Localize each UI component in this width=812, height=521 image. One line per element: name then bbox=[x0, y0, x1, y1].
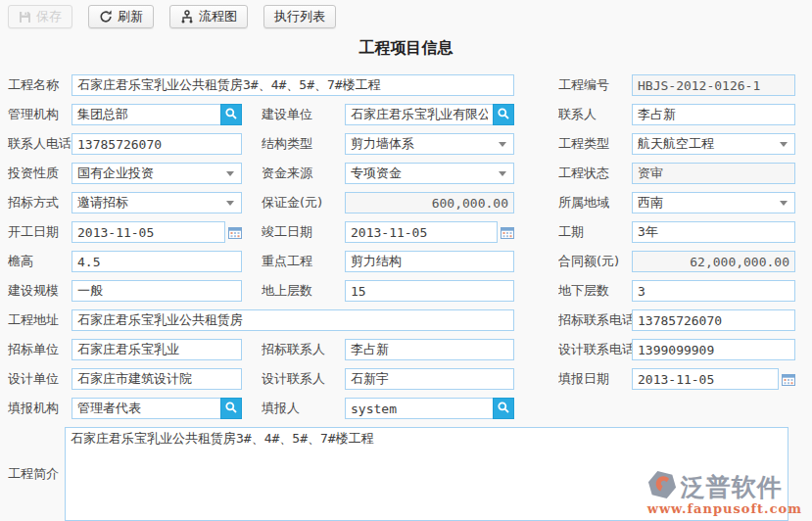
project-intro-textarea[interactable]: 石家庄君乐宝乳业公共租赁房3#、4#、5#、7#楼工程 bbox=[65, 427, 788, 521]
mgmt-org-input[interactable] bbox=[72, 104, 220, 125]
bidding-phone-input[interactable] bbox=[632, 309, 795, 331]
design-phone-label: 设计联系电话 bbox=[558, 339, 632, 360]
search-icon bbox=[497, 401, 510, 417]
reporter-group bbox=[345, 398, 514, 419]
calendar-icon[interactable] bbox=[782, 373, 795, 386]
exec-list-button[interactable]: 执行列表 bbox=[263, 5, 336, 28]
form-row-9: 工程地址 招标联系电话 bbox=[8, 309, 795, 331]
report-org-search-button[interactable] bbox=[220, 398, 242, 419]
calendar-icon[interactable] bbox=[228, 226, 242, 239]
bidding-contact-input[interactable] bbox=[345, 339, 514, 360]
region-label: 所属地域 bbox=[558, 192, 632, 213]
construction-unit-label: 建设单位 bbox=[262, 104, 345, 125]
eave-height-input[interactable] bbox=[72, 251, 242, 272]
fund-source-select[interactable]: 专项资金 bbox=[345, 163, 514, 184]
form-row-4: 投资性质 国有企业投资 资金来源 专项资金 工程状态 bbox=[8, 163, 795, 184]
report-org-input[interactable] bbox=[72, 398, 220, 419]
project-status-input[interactable] bbox=[632, 163, 795, 184]
mgmt-org-search-button[interactable] bbox=[220, 104, 242, 125]
deposit-label: 保证金(元) bbox=[262, 192, 345, 213]
refresh-button[interactable]: 刷新 bbox=[88, 5, 154, 28]
project-address-input[interactable] bbox=[72, 309, 514, 331]
form-row-2: 管理机构 建设单位 联系人 bbox=[8, 104, 795, 125]
reporter-label: 填报人 bbox=[262, 398, 345, 419]
project-code-label: 工程编号 bbox=[558, 74, 632, 96]
form-row-11: 设计单位 设计联系人 填报日期 bbox=[8, 368, 795, 390]
start-date-label: 开工日期 bbox=[8, 221, 72, 243]
investment-nature-select[interactable]: 国有企业投资 bbox=[72, 163, 242, 184]
flowchart-button[interactable]: 流程图 bbox=[169, 5, 248, 28]
eave-height-label: 檐高 bbox=[8, 251, 72, 272]
bidding-unit-label: 招标单位 bbox=[8, 339, 72, 360]
key-project-label: 重点工程 bbox=[262, 251, 345, 272]
design-contact-input[interactable] bbox=[345, 368, 514, 390]
floors-below-input[interactable] bbox=[632, 280, 795, 302]
chevron-down-icon bbox=[226, 201, 234, 206]
contact-label: 联系人 bbox=[558, 104, 632, 125]
floors-below-label: 地下层数 bbox=[558, 280, 632, 302]
completion-date-label: 竣工日期 bbox=[262, 221, 345, 243]
design-unit-label: 设计单位 bbox=[8, 368, 72, 390]
form-row-3: 联系人电话 结构类型 剪力墙体系 工程类型 航天航空工程 bbox=[8, 133, 795, 155]
save-floppy-icon bbox=[19, 11, 31, 24]
contract-amount-label: 合同额(元) bbox=[558, 251, 632, 272]
reporter-search-button[interactable] bbox=[493, 398, 514, 419]
duration-input[interactable] bbox=[632, 221, 795, 243]
form-row-7: 檐高 重点工程 合同额(元) bbox=[8, 251, 795, 272]
construction-scale-input[interactable] bbox=[72, 280, 242, 302]
completion-date-input[interactable] bbox=[345, 221, 498, 243]
key-project-input[interactable] bbox=[345, 251, 514, 272]
construction-scale-label: 建设规模 bbox=[8, 280, 72, 302]
design-phone-input[interactable] bbox=[632, 339, 795, 360]
contract-amount-input[interactable] bbox=[632, 251, 795, 272]
deposit-input[interactable] bbox=[345, 192, 514, 213]
reporter-input[interactable] bbox=[345, 398, 493, 419]
floors-above-label: 地上层数 bbox=[262, 280, 345, 302]
bidding-method-select[interactable]: 邀请招标 bbox=[72, 192, 242, 213]
region-select[interactable]: 西南 bbox=[632, 192, 795, 213]
design-contact-label: 设计联系人 bbox=[262, 368, 345, 390]
design-unit-input[interactable] bbox=[72, 368, 242, 390]
form-row-12: 填报机构 填报人 bbox=[8, 398, 795, 419]
form-row-8: 建设规模 地上层数 地下层数 bbox=[8, 280, 795, 302]
project-status-label: 工程状态 bbox=[558, 163, 632, 184]
bidding-method-label: 招标方式 bbox=[8, 192, 72, 213]
bidding-unit-input[interactable] bbox=[72, 339, 242, 360]
flowchart-label: 流程图 bbox=[199, 8, 237, 25]
calendar-icon[interactable] bbox=[501, 226, 514, 239]
flowchart-icon bbox=[180, 10, 194, 24]
fund-source-label: 资金来源 bbox=[262, 163, 345, 184]
report-date-input[interactable] bbox=[632, 368, 779, 390]
report-org-group bbox=[72, 398, 242, 419]
exec-list-label: 执行列表 bbox=[274, 8, 325, 25]
completion-date-group bbox=[345, 221, 514, 243]
form-row-5: 招标方式 邀请招标 保证金(元) 所属地域 西南 bbox=[8, 192, 795, 213]
bidding-phone-label: 招标联系电话 bbox=[558, 309, 632, 331]
structure-type-label: 结构类型 bbox=[262, 133, 345, 155]
page-title: 工程项目信息 bbox=[0, 37, 812, 59]
construction-unit-search-button[interactable] bbox=[493, 104, 514, 125]
project-address-label: 工程地址 bbox=[8, 309, 72, 331]
mgmt-org-group bbox=[72, 104, 242, 125]
structure-type-select[interactable]: 剪力墙体系 bbox=[345, 133, 514, 155]
project-type-select[interactable]: 航天航空工程 bbox=[632, 133, 795, 155]
mgmt-org-label: 管理机构 bbox=[8, 104, 72, 125]
contact-input[interactable] bbox=[632, 104, 795, 125]
project-type-label: 工程类型 bbox=[558, 133, 632, 155]
project-name-input[interactable] bbox=[72, 74, 514, 96]
start-date-input[interactable] bbox=[72, 221, 225, 243]
save-label: 保存 bbox=[36, 8, 62, 25]
start-date-group bbox=[72, 221, 242, 243]
form-row-1: 工程名称 工程编号 bbox=[8, 74, 795, 96]
project-code-input[interactable] bbox=[632, 74, 795, 96]
chevron-down-icon bbox=[780, 142, 788, 147]
chevron-down-icon bbox=[499, 142, 506, 147]
save-button[interactable]: 保存 bbox=[8, 5, 72, 28]
floors-above-input[interactable] bbox=[345, 280, 514, 302]
chevron-down-icon bbox=[499, 171, 506, 176]
construction-unit-input[interactable] bbox=[345, 104, 493, 125]
form-row-6: 开工日期 竣工日期 工期 bbox=[8, 221, 795, 243]
contact-phone-input[interactable] bbox=[72, 133, 242, 155]
search-icon bbox=[224, 107, 238, 123]
project-info-screen: 保存 刷新 流程图 执行列表 工程项目信息 工程名称 工程编号 管理机构 bbox=[0, 0, 812, 521]
